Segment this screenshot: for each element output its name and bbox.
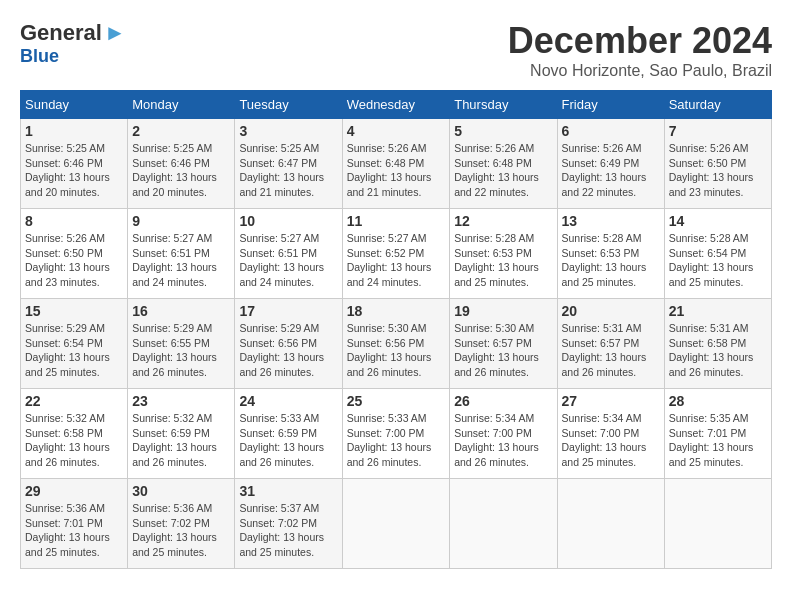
- calendar-table: Sunday Monday Tuesday Wednesday Thursday…: [20, 90, 772, 569]
- calendar-week-row: 15 Sunrise: 5:29 AM Sunset: 6:54 PM Dayl…: [21, 299, 772, 389]
- day-info: Sunrise: 5:34 AM Sunset: 7:00 PM Dayligh…: [562, 411, 660, 470]
- day-number: 4: [347, 123, 446, 139]
- col-wednesday: Wednesday: [342, 91, 450, 119]
- calendar-cell: [450, 479, 557, 569]
- calendar-cell: 30 Sunrise: 5:36 AM Sunset: 7:02 PM Dayl…: [128, 479, 235, 569]
- day-number: 20: [562, 303, 660, 319]
- day-info: Sunrise: 5:36 AM Sunset: 7:02 PM Dayligh…: [132, 501, 230, 560]
- day-info: Sunrise: 5:29 AM Sunset: 6:54 PM Dayligh…: [25, 321, 123, 380]
- calendar-cell: 3 Sunrise: 5:25 AM Sunset: 6:47 PM Dayli…: [235, 119, 342, 209]
- day-info: Sunrise: 5:28 AM Sunset: 6:53 PM Dayligh…: [454, 231, 552, 290]
- day-info: Sunrise: 5:37 AM Sunset: 7:02 PM Dayligh…: [239, 501, 337, 560]
- col-friday: Friday: [557, 91, 664, 119]
- calendar-cell: 16 Sunrise: 5:29 AM Sunset: 6:55 PM Dayl…: [128, 299, 235, 389]
- day-info: Sunrise: 5:32 AM Sunset: 6:59 PM Dayligh…: [132, 411, 230, 470]
- calendar-week-row: 1 Sunrise: 5:25 AM Sunset: 6:46 PM Dayli…: [21, 119, 772, 209]
- calendar-cell: 2 Sunrise: 5:25 AM Sunset: 6:46 PM Dayli…: [128, 119, 235, 209]
- day-info: Sunrise: 5:26 AM Sunset: 6:48 PM Dayligh…: [454, 141, 552, 200]
- col-tuesday: Tuesday: [235, 91, 342, 119]
- calendar-cell: 28 Sunrise: 5:35 AM Sunset: 7:01 PM Dayl…: [664, 389, 771, 479]
- day-info: Sunrise: 5:25 AM Sunset: 6:46 PM Dayligh…: [132, 141, 230, 200]
- calendar-cell: 14 Sunrise: 5:28 AM Sunset: 6:54 PM Dayl…: [664, 209, 771, 299]
- calendar-cell: 24 Sunrise: 5:33 AM Sunset: 6:59 PM Dayl…: [235, 389, 342, 479]
- day-number: 6: [562, 123, 660, 139]
- day-number: 17: [239, 303, 337, 319]
- day-info: Sunrise: 5:25 AM Sunset: 6:46 PM Dayligh…: [25, 141, 123, 200]
- calendar-cell: 19 Sunrise: 5:30 AM Sunset: 6:57 PM Dayl…: [450, 299, 557, 389]
- day-number: 13: [562, 213, 660, 229]
- day-info: Sunrise: 5:33 AM Sunset: 6:59 PM Dayligh…: [239, 411, 337, 470]
- calendar-cell: 6 Sunrise: 5:26 AM Sunset: 6:49 PM Dayli…: [557, 119, 664, 209]
- calendar-cell: 18 Sunrise: 5:30 AM Sunset: 6:56 PM Dayl…: [342, 299, 450, 389]
- day-info: Sunrise: 5:25 AM Sunset: 6:47 PM Dayligh…: [239, 141, 337, 200]
- calendar-cell: 21 Sunrise: 5:31 AM Sunset: 6:58 PM Dayl…: [664, 299, 771, 389]
- day-number: 10: [239, 213, 337, 229]
- col-saturday: Saturday: [664, 91, 771, 119]
- day-info: Sunrise: 5:28 AM Sunset: 6:54 PM Dayligh…: [669, 231, 767, 290]
- calendar-cell: 15 Sunrise: 5:29 AM Sunset: 6:54 PM Dayl…: [21, 299, 128, 389]
- day-info: Sunrise: 5:27 AM Sunset: 6:52 PM Dayligh…: [347, 231, 446, 290]
- day-number: 29: [25, 483, 123, 499]
- calendar-cell: 11 Sunrise: 5:27 AM Sunset: 6:52 PM Dayl…: [342, 209, 450, 299]
- day-info: Sunrise: 5:33 AM Sunset: 7:00 PM Dayligh…: [347, 411, 446, 470]
- day-info: Sunrise: 5:27 AM Sunset: 6:51 PM Dayligh…: [239, 231, 337, 290]
- day-number: 23: [132, 393, 230, 409]
- calendar-cell: 12 Sunrise: 5:28 AM Sunset: 6:53 PM Dayl…: [450, 209, 557, 299]
- day-info: Sunrise: 5:31 AM Sunset: 6:58 PM Dayligh…: [669, 321, 767, 380]
- calendar-cell: [342, 479, 450, 569]
- day-number: 19: [454, 303, 552, 319]
- calendar-cell: 26 Sunrise: 5:34 AM Sunset: 7:00 PM Dayl…: [450, 389, 557, 479]
- header: General ► Blue December 2024 Novo Horizo…: [20, 20, 772, 80]
- day-number: 5: [454, 123, 552, 139]
- day-number: 21: [669, 303, 767, 319]
- day-info: Sunrise: 5:29 AM Sunset: 6:55 PM Dayligh…: [132, 321, 230, 380]
- day-info: Sunrise: 5:36 AM Sunset: 7:01 PM Dayligh…: [25, 501, 123, 560]
- day-info: Sunrise: 5:26 AM Sunset: 6:50 PM Dayligh…: [25, 231, 123, 290]
- calendar-cell: 22 Sunrise: 5:32 AM Sunset: 6:58 PM Dayl…: [21, 389, 128, 479]
- logo-arrow-icon: ►: [104, 20, 126, 46]
- logo-blue-text: Blue: [20, 46, 59, 67]
- calendar-cell: 13 Sunrise: 5:28 AM Sunset: 6:53 PM Dayl…: [557, 209, 664, 299]
- day-number: 25: [347, 393, 446, 409]
- day-number: 27: [562, 393, 660, 409]
- logo: General ► Blue: [20, 20, 126, 67]
- calendar-cell: 23 Sunrise: 5:32 AM Sunset: 6:59 PM Dayl…: [128, 389, 235, 479]
- col-monday: Monday: [128, 91, 235, 119]
- day-number: 3: [239, 123, 337, 139]
- day-number: 16: [132, 303, 230, 319]
- calendar-week-row: 29 Sunrise: 5:36 AM Sunset: 7:01 PM Dayl…: [21, 479, 772, 569]
- calendar-cell: [664, 479, 771, 569]
- day-info: Sunrise: 5:26 AM Sunset: 6:48 PM Dayligh…: [347, 141, 446, 200]
- day-info: Sunrise: 5:27 AM Sunset: 6:51 PM Dayligh…: [132, 231, 230, 290]
- day-info: Sunrise: 5:30 AM Sunset: 6:56 PM Dayligh…: [347, 321, 446, 380]
- day-number: 2: [132, 123, 230, 139]
- col-sunday: Sunday: [21, 91, 128, 119]
- day-info: Sunrise: 5:31 AM Sunset: 6:57 PM Dayligh…: [562, 321, 660, 380]
- col-thursday: Thursday: [450, 91, 557, 119]
- calendar-cell: 9 Sunrise: 5:27 AM Sunset: 6:51 PM Dayli…: [128, 209, 235, 299]
- title-area: December 2024 Novo Horizonte, Sao Paulo,…: [508, 20, 772, 80]
- day-number: 24: [239, 393, 337, 409]
- day-info: Sunrise: 5:28 AM Sunset: 6:53 PM Dayligh…: [562, 231, 660, 290]
- calendar-cell: 1 Sunrise: 5:25 AM Sunset: 6:46 PM Dayli…: [21, 119, 128, 209]
- calendar-cell: 31 Sunrise: 5:37 AM Sunset: 7:02 PM Dayl…: [235, 479, 342, 569]
- day-number: 8: [25, 213, 123, 229]
- day-info: Sunrise: 5:35 AM Sunset: 7:01 PM Dayligh…: [669, 411, 767, 470]
- page-subtitle: Novo Horizonte, Sao Paulo, Brazil: [508, 62, 772, 80]
- calendar-cell: 8 Sunrise: 5:26 AM Sunset: 6:50 PM Dayli…: [21, 209, 128, 299]
- calendar-cell: 10 Sunrise: 5:27 AM Sunset: 6:51 PM Dayl…: [235, 209, 342, 299]
- calendar-week-row: 8 Sunrise: 5:26 AM Sunset: 6:50 PM Dayli…: [21, 209, 772, 299]
- day-number: 9: [132, 213, 230, 229]
- day-number: 1: [25, 123, 123, 139]
- calendar-cell: 25 Sunrise: 5:33 AM Sunset: 7:00 PM Dayl…: [342, 389, 450, 479]
- day-number: 30: [132, 483, 230, 499]
- day-number: 18: [347, 303, 446, 319]
- calendar-cell: 20 Sunrise: 5:31 AM Sunset: 6:57 PM Dayl…: [557, 299, 664, 389]
- calendar-cell: 7 Sunrise: 5:26 AM Sunset: 6:50 PM Dayli…: [664, 119, 771, 209]
- calendar-cell: 29 Sunrise: 5:36 AM Sunset: 7:01 PM Dayl…: [21, 479, 128, 569]
- logo-general-text: General: [20, 20, 102, 46]
- calendar-cell: 17 Sunrise: 5:29 AM Sunset: 6:56 PM Dayl…: [235, 299, 342, 389]
- day-number: 14: [669, 213, 767, 229]
- day-number: 26: [454, 393, 552, 409]
- calendar-week-row: 22 Sunrise: 5:32 AM Sunset: 6:58 PM Dayl…: [21, 389, 772, 479]
